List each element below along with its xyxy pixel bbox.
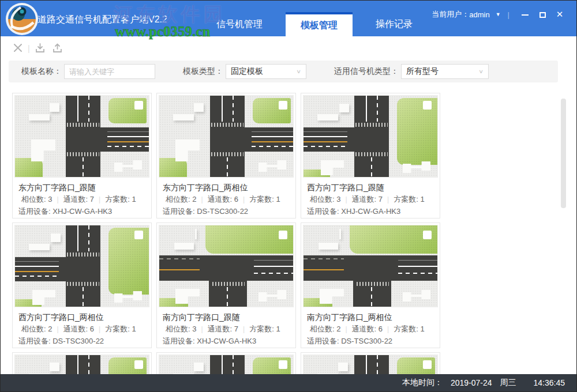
- export-template-button[interactable]: [51, 42, 63, 56]
- current-user-label: 当前用户：: [432, 9, 469, 20]
- lane-line: [377, 96, 378, 122]
- lane-line: [15, 276, 59, 277]
- vertical-scrollbar-thumb[interactable]: [561, 99, 566, 208]
- card-stats: 相位数: 2|通道数: 6|方案数: 1: [157, 193, 295, 204]
- lane-line: [377, 355, 378, 374]
- template-type-value: 固定模板: [231, 66, 263, 77]
- maximize-button[interactable]: [534, 10, 551, 19]
- delete-template-button[interactable]: [12, 42, 24, 56]
- building: [339, 104, 349, 112]
- card-checkbox[interactable]: [423, 101, 432, 110]
- card-checkbox[interactable]: [134, 101, 143, 110]
- crosswalk: [67, 282, 99, 286]
- lane-line: [77, 225, 78, 251]
- card-checkbox[interactable]: [279, 231, 287, 239]
- toolbar-divider: |: [28, 44, 30, 53]
- import-icon: [34, 42, 46, 54]
- building: [114, 159, 142, 173]
- template-card[interactable]: 南方向丁字路口_两相位 相位数: 2|通道数: 6|方案数: 1 适用设备: D…: [301, 223, 440, 348]
- building: [258, 289, 286, 303]
- crosswalk: [211, 123, 243, 127]
- card-checkbox[interactable]: [134, 360, 143, 369]
- lane-line: [252, 136, 293, 137]
- card-title: 南方向丁字路口_跟随: [157, 309, 295, 323]
- template-card[interactable]: [156, 352, 296, 374]
- minimize-icon: [522, 14, 529, 16]
- template-type-select[interactable]: 固定模板 ∨: [226, 64, 306, 79]
- lane-line: [304, 146, 347, 147]
- crosswalk: [212, 282, 245, 286]
- building: [50, 103, 59, 112]
- lane-line: [233, 355, 234, 374]
- tab-template-management[interactable]: 模板管理: [286, 12, 353, 36]
- card-checkbox[interactable]: [423, 231, 432, 239]
- building: [338, 363, 348, 371]
- template-card[interactable]: 东方向丁字路口_两相位 相位数: 2|通道数: 6|方案数: 1 适用设备: D…: [156, 93, 296, 218]
- lane-line: [304, 136, 347, 137]
- signal-type-value: 所有型号: [406, 66, 439, 77]
- lane-line: [107, 131, 149, 132]
- building: [31, 140, 55, 161]
- intersection-thumbnail: [14, 95, 149, 178]
- card-title: 东方向丁字路口_两相位: [157, 179, 295, 193]
- close-button[interactable]: ✕: [551, 9, 568, 20]
- intersection-thumbnail: [303, 225, 438, 307]
- intersection-thumbnail: [14, 355, 149, 374]
- lane-line: [88, 96, 89, 122]
- card-checkbox[interactable]: [423, 360, 432, 369]
- card-checkbox[interactable]: [279, 101, 287, 110]
- lane-line: [83, 287, 84, 307]
- lane-line: [304, 263, 344, 265]
- user-dropdown-icon[interactable]: ▼: [496, 12, 501, 17]
- building: [321, 160, 344, 175]
- road: [66, 355, 100, 374]
- lane-line: [304, 131, 347, 132]
- current-user-name[interactable]: admin: [469, 10, 489, 19]
- lane-line: [88, 225, 89, 251]
- minimize-button[interactable]: [516, 10, 534, 19]
- crosswalk: [355, 152, 388, 156]
- app-window: 道路交通信号机配置客户端V2.2 信号机管理 模板管理 操作记录 当前用户： a…: [0, 0, 577, 392]
- lane-line: [252, 131, 293, 132]
- import-template-button[interactable]: [34, 42, 46, 56]
- signal-type-select[interactable]: 所有型号 ∨: [401, 64, 489, 79]
- building: [194, 363, 204, 371]
- lane-line: [222, 355, 223, 374]
- template-card[interactable]: [301, 352, 440, 374]
- card-checkbox[interactable]: [134, 231, 143, 239]
- crosswalk: [67, 152, 99, 156]
- signal-type-label: 适用信号机类型：: [334, 66, 399, 77]
- template-card[interactable]: 南方向丁字路口_跟随 相位数: 3|通道数: 7|方案数: 1 适用设备: XH…: [156, 223, 296, 348]
- template-name-input[interactable]: [64, 64, 155, 79]
- lane-line: [304, 141, 347, 142]
- lane-line: [88, 355, 89, 374]
- chevron-down-icon: ∨: [478, 69, 484, 75]
- card-stats: 相位数: 3|通道数: 7|方案数: 1: [301, 193, 440, 204]
- intersection-thumbnail: [159, 95, 294, 178]
- lane-line: [15, 261, 59, 262]
- crosswalk: [67, 123, 99, 127]
- template-card[interactable]: [12, 352, 152, 374]
- close-x-icon: [12, 42, 24, 54]
- building: [194, 103, 204, 112]
- building: [339, 229, 341, 239]
- tab-signal-management[interactable]: 信号机管理: [201, 12, 278, 36]
- lane-line: [366, 355, 367, 374]
- building: [173, 114, 194, 120]
- lane-line: [159, 258, 200, 259]
- building: [32, 290, 55, 305]
- app-title: 道路交通信号机配置客户端V2.2: [38, 14, 167, 26]
- status-date: 2019-07-24: [451, 378, 492, 387]
- lane-line: [304, 269, 344, 270]
- card-checkbox[interactable]: [279, 360, 287, 369]
- lane-line: [107, 141, 149, 142]
- lane-line: [398, 260, 437, 261]
- tab-operation-log[interactable]: 操作记录: [361, 12, 428, 36]
- grass-area: [205, 225, 293, 254]
- lane-line: [227, 287, 228, 307]
- template-card[interactable]: 西方向丁字路口_跟随 相位数: 3|通道数: 7|方案数: 1 适用设备: XH…: [301, 93, 440, 218]
- status-weekday: 周三: [500, 378, 516, 388]
- template-card[interactable]: 西方向丁字路口_两相位 相位数: 2|通道数: 6|方案数: 1 适用设备: D…: [12, 223, 152, 348]
- template-card[interactable]: 东方向丁字路口_跟随 相位数: 3|通道数: 7|方案数: 1 适用设备: XH…: [12, 93, 152, 218]
- app-logo-icon: [5, 2, 39, 36]
